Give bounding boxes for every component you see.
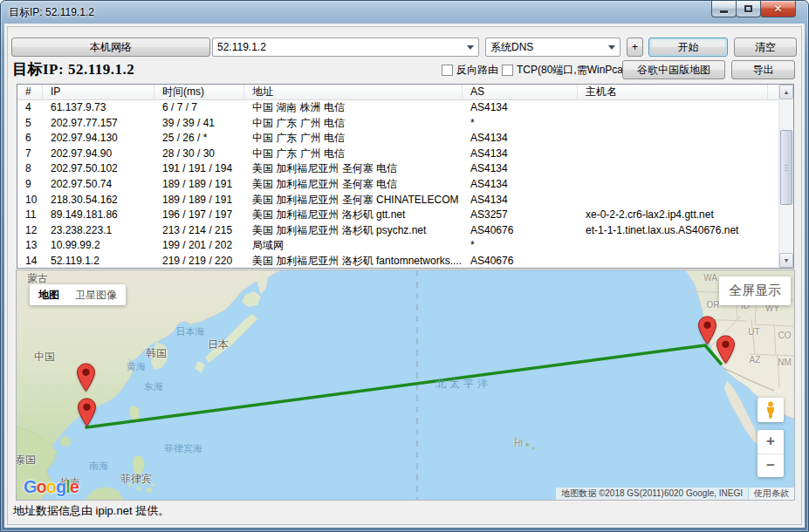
window-title: 目标IP: 52.119.1.2 bbox=[9, 5, 94, 20]
cell-address: 中国 广东 广州 电信 bbox=[244, 116, 463, 132]
close-button[interactable]: ✕ bbox=[760, 1, 796, 17]
close-icon: ✕ bbox=[773, 3, 782, 15]
tcp-checkbox[interactable] bbox=[502, 65, 513, 76]
google-china-map-button[interactable]: 谷歌中国版地图 bbox=[622, 60, 725, 79]
dns-combobox[interactable]: 系统DNS bbox=[485, 38, 620, 57]
chevron-down-icon[interactable] bbox=[604, 45, 620, 50]
cell-index: 14 bbox=[17, 254, 43, 268]
zoom-out-button[interactable]: − bbox=[758, 454, 784, 478]
target-ip-combobox[interactable]: 52.119.1.2 bbox=[212, 38, 479, 57]
table-row[interactable]: 8 202.97.50.102 191 / 191 / 194 美国 加利福尼亚… bbox=[17, 161, 778, 177]
target-ip-label: 目标IP: 52.119.1.2 bbox=[12, 59, 134, 79]
cell-index: 7 bbox=[17, 147, 43, 162]
clear-button[interactable]: 清空 bbox=[734, 38, 797, 57]
table-row[interactable]: 13 10.99.99.2 199 / 201 / 202 局域网 * bbox=[17, 238, 778, 254]
fullscreen-button[interactable]: 全屏显示 bbox=[719, 276, 791, 305]
cell-ip: 10.99.99.2 bbox=[43, 238, 154, 254]
cell-as: AS40676 bbox=[463, 223, 578, 239]
hop-table: # IP 时间(ms) 地址 AS 主机名 4 61.137.9.73 6 / … bbox=[17, 84, 794, 269]
satellite-view-button[interactable]: 卫星图像 bbox=[75, 288, 117, 303]
cell-hostname: et-1-1-1.tinet.lax.us.AS40676.net bbox=[578, 223, 768, 239]
app-window: 目标IP: 52.119.1.2 ✕ 本机网络 52.119.1.2 系统DNS… bbox=[0, 0, 809, 532]
table-row[interactable]: 14 52.119.1.2 219 / 219 / 220 美国 加利福尼亚州 … bbox=[17, 254, 778, 268]
cell-index: 8 bbox=[17, 161, 43, 177]
terms-of-use-link[interactable]: 使用条款 bbox=[749, 488, 794, 500]
cell-ip: 202.97.50.102 bbox=[43, 161, 154, 177]
cell-time: 28 / 30 / 30 bbox=[154, 147, 244, 162]
pegman-button[interactable] bbox=[758, 398, 784, 422]
map-attribution: 地图数据 ©2018 GS(2011)6020 Google, INEGI bbox=[556, 488, 748, 500]
start-button[interactable]: 开始 bbox=[648, 38, 728, 57]
cell-as: AS4134 bbox=[463, 147, 578, 162]
pegman-icon bbox=[764, 401, 777, 419]
column-header-index[interactable]: # bbox=[17, 85, 43, 99]
scrollbar-thumb[interactable] bbox=[780, 130, 792, 205]
cell-address: 中国 广东 广州 电信 bbox=[244, 147, 463, 162]
scroll-up-button[interactable]: ▲ bbox=[779, 85, 793, 99]
map-marker-icon[interactable] bbox=[76, 363, 96, 392]
table-row[interactable]: 9 202.97.50.74 189 / 189 / 191 美国 加利福尼亚州… bbox=[17, 177, 778, 193]
minimize-button[interactable] bbox=[711, 1, 737, 17]
cell-as: * bbox=[463, 238, 578, 254]
map-marker-icon[interactable] bbox=[77, 398, 97, 427]
map-zoom-control: + − bbox=[758, 430, 784, 477]
cell-time: 196 / 197 / 197 bbox=[154, 208, 244, 223]
cell-hostname bbox=[578, 131, 768, 147]
reverse-route-checkbox[interactable] bbox=[442, 65, 453, 76]
maximize-icon bbox=[744, 5, 752, 12]
maximize-button[interactable] bbox=[736, 1, 761, 17]
cell-address: 中国 湖南 株洲 电信 bbox=[244, 100, 463, 116]
cell-time: 213 / 214 / 215 bbox=[154, 223, 244, 239]
cell-hostname bbox=[578, 161, 768, 177]
column-header-time[interactable]: 时间(ms) bbox=[154, 85, 244, 99]
map-canvas[interactable]: 蒙古中国韩国日本日本海黄海东海南海泰国越南菲律宾菲律宾海北太平洋HIWAORID… bbox=[17, 270, 794, 500]
cell-time: 25 / 26 / * bbox=[154, 131, 244, 147]
add-button[interactable]: + bbox=[627, 38, 643, 57]
cell-hostname bbox=[578, 177, 768, 193]
export-button[interactable]: 导出 bbox=[731, 60, 795, 79]
table-scrollbar[interactable]: ▲ ▼ bbox=[778, 85, 793, 268]
cell-time: 39 / 39 / 41 bbox=[154, 116, 244, 132]
cell-ip: 61.137.9.73 bbox=[43, 100, 154, 116]
table-row[interactable]: 5 202.97.77.157 39 / 39 / 41 中国 广东 广州 电信… bbox=[17, 116, 778, 132]
scroll-down-button[interactable]: ▼ bbox=[779, 253, 793, 268]
column-header-as[interactable]: AS bbox=[463, 85, 578, 99]
cell-hostname bbox=[578, 100, 768, 116]
cell-as: AS4134 bbox=[463, 161, 578, 177]
minimize-icon bbox=[720, 10, 728, 13]
status-text: 地址数据信息由 ipip.net 提供。 bbox=[13, 503, 169, 519]
cell-as: AS4134 bbox=[463, 131, 578, 147]
cell-index: 5 bbox=[17, 116, 43, 132]
title-bar[interactable]: 目标IP: 52.119.1.2 ✕ bbox=[1, 1, 808, 24]
table-row[interactable]: 12 23.238.223.1 213 / 214 / 215 美国 加利福尼亚… bbox=[17, 223, 778, 239]
table-header[interactable]: # IP 时间(ms) 地址 AS 主机名 bbox=[17, 85, 793, 100]
table-row[interactable]: 4 61.137.9.73 6 / 7 / 7 中国 湖南 株洲 电信 AS41… bbox=[17, 100, 778, 116]
cell-hostname bbox=[578, 116, 768, 132]
table-row[interactable]: 6 202.97.94.130 25 / 26 / * 中国 广东 广州 电信 … bbox=[17, 131, 778, 147]
cell-index: 9 bbox=[17, 177, 43, 193]
cell-ip: 52.119.1.2 bbox=[43, 254, 154, 268]
google-logo[interactable]: Google bbox=[24, 477, 79, 497]
column-header-ip[interactable]: IP bbox=[43, 85, 154, 99]
chevron-down-icon[interactable] bbox=[463, 45, 478, 50]
target-ip-value: 52.119.1.2 bbox=[213, 41, 463, 53]
cell-hostname bbox=[578, 238, 768, 254]
column-header-hostname[interactable]: 主机名 bbox=[578, 85, 768, 99]
cell-address: 美国 加利福尼亚州 圣何塞 电信 bbox=[244, 177, 463, 193]
cell-as: AS40676 bbox=[463, 254, 578, 268]
map-view-button[interactable]: 地图 bbox=[38, 288, 59, 303]
cell-index: 13 bbox=[17, 238, 43, 254]
local-network-button[interactable]: 本机网络 bbox=[11, 38, 210, 57]
map-marker-icon[interactable] bbox=[697, 316, 717, 345]
cell-time: 199 / 201 / 202 bbox=[154, 238, 244, 254]
zoom-in-button[interactable]: + bbox=[758, 430, 784, 454]
cell-address: 美国 加利福尼亚州 洛杉矶 fantomnetworks.... bbox=[244, 254, 463, 268]
cell-time: 191 / 191 / 194 bbox=[154, 161, 244, 177]
map-marker-icon[interactable] bbox=[716, 335, 736, 365]
table-row[interactable]: 10 218.30.54.162 189 / 189 / 191 美国 加利福尼… bbox=[17, 193, 778, 208]
table-row[interactable]: 11 89.149.181.86 196 / 197 / 197 美国 加利福尼… bbox=[17, 208, 778, 223]
table-row[interactable]: 7 202.97.94.90 28 / 30 / 30 中国 广东 广州 电信 … bbox=[17, 147, 778, 162]
cell-address: 美国 加利福尼亚州 圣何塞 CHINATELECOM bbox=[244, 193, 463, 208]
cell-as: AS4134 bbox=[463, 100, 578, 116]
column-header-address[interactable]: 地址 bbox=[244, 85, 463, 99]
